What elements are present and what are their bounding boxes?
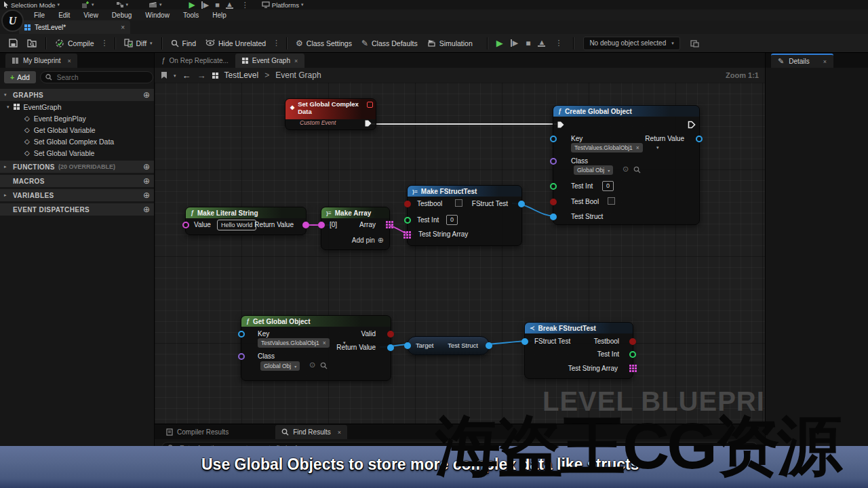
pin-return-value[interactable]	[302, 222, 309, 228]
blueprint-search-box[interactable]	[40, 71, 153, 83]
test-int-input[interactable]: 0	[446, 215, 458, 225]
event-dispatchers-section-header[interactable]: EVENT DISPATCHERS ⊕	[0, 203, 154, 216]
testbool-checkbox[interactable]	[455, 199, 462, 207]
pin-target[interactable]	[404, 342, 411, 349]
pin-testbool[interactable]	[404, 201, 411, 207]
pin-test-int[interactable]	[550, 183, 557, 190]
add-actor-button[interactable]: ▾	[81, 0, 94, 9]
diff-button[interactable]: Diff ▾	[119, 35, 157, 52]
debug-object-dropdown[interactable]: No debug object selected ▾	[583, 37, 679, 50]
close-icon[interactable]: ×	[823, 58, 827, 65]
pin-class[interactable]	[238, 353, 245, 360]
debug-browse-button[interactable]	[686, 35, 704, 52]
menu-view[interactable]: View	[77, 12, 105, 19]
cinematics-button[interactable]: ▾	[149, 0, 162, 9]
browse-icon[interactable]	[633, 166, 641, 174]
eventgraph-row[interactable]: ▾ EventGraph	[0, 101, 154, 113]
menu-window[interactable]: Window	[138, 12, 176, 19]
add-pin-button[interactable]: Add pin ⊕	[352, 237, 384, 244]
pin-test-string-array[interactable]	[629, 365, 637, 372]
graph-item-set-global-variable[interactable]: ◇ Set Global Variable	[0, 147, 154, 159]
class-value-combo[interactable]: Global Obj ▾	[574, 165, 613, 175]
node-make-literal-string[interactable]: ƒ Make Literal String Value Hello World …	[185, 207, 307, 235]
pin-test-struct-out[interactable]	[486, 342, 492, 349]
close-icon[interactable]: ×	[294, 58, 298, 64]
class-defaults-button[interactable]: ✎ Class Defaults	[357, 35, 422, 52]
graph-item-set-global-complex-data[interactable]: ◇ Set Global Complex Data	[0, 136, 154, 147]
kebab-menu-icon[interactable]: ⋮	[239, 1, 251, 9]
functions-section-header[interactable]: ▸ FUNCTIONS (20 OVERRIDABLE) ⊕	[0, 161, 154, 173]
pin-elem-0[interactable]	[318, 222, 325, 228]
eject-button[interactable]: ▲	[226, 1, 233, 9]
pin-class[interactable]	[550, 158, 557, 165]
add-dispatcher-icon[interactable]: ⊕	[143, 205, 150, 214]
tab-testlevel[interactable]: TestLevel* ×	[19, 20, 130, 34]
tab-details[interactable]: ✎ Details ×	[771, 54, 833, 68]
menu-edit[interactable]: Edit	[52, 12, 77, 19]
use-selected-icon[interactable]: ⊙	[623, 165, 629, 173]
exec-out-pin[interactable]	[688, 121, 696, 129]
tab-compiler-results[interactable]: Compiler Results	[160, 425, 235, 439]
tab-find-results[interactable]: Find Results ×	[275, 425, 347, 439]
pin-test-bool[interactable]	[550, 199, 557, 205]
add-button[interactable]: + Add	[4, 71, 36, 83]
key-value-combo[interactable]: TestValues.GlobalObj1 ×	[258, 338, 330, 348]
pin-valid[interactable]	[387, 331, 394, 338]
bookmark-icon[interactable]	[161, 71, 167, 79]
menu-debug[interactable]: Debug	[105, 12, 138, 19]
add-macro-icon[interactable]: ⊕	[143, 176, 150, 186]
node-make-fstructtest[interactable]: }= Make FStructTest Testbool FStruct Tes…	[407, 185, 522, 246]
pin-test-struct[interactable]	[550, 214, 557, 220]
graph-item-get-global-variable[interactable]: ◇ Get Global Variable	[0, 124, 154, 136]
breadcrumb-root[interactable]: TestLevel	[224, 70, 259, 80]
menu-tools[interactable]: Tools	[176, 12, 205, 19]
use-selected-icon[interactable]: ⊙	[309, 361, 315, 369]
close-icon[interactable]: ×	[68, 58, 71, 64]
pin-key[interactable]	[238, 331, 245, 338]
step-button[interactable]: ▶	[201, 1, 209, 9]
tab-on-rep-replicate[interactable]: ƒ On Rep Replicate...	[155, 54, 235, 68]
simulation-button[interactable]: Simulation	[422, 35, 477, 52]
pin-fstruct-test[interactable]	[521, 338, 528, 345]
menu-help[interactable]: Help	[205, 12, 233, 19]
compile-button[interactable]: Compile	[50, 35, 99, 52]
close-icon[interactable]: ×	[121, 24, 125, 31]
add-variable-icon[interactable]: ⊕	[143, 190, 150, 200]
pin-array-out[interactable]	[386, 221, 393, 228]
pin-value[interactable]	[182, 222, 189, 228]
graph-canvas[interactable]: LEVEL BLUEPRINT ◆ Set Global Complex Dat…	[155, 83, 765, 424]
graphs-section-header[interactable]: ▾ GRAPHS ⊕	[0, 89, 154, 101]
node-create-global-object[interactable]: ƒ Create Global Object Key TestValues.Gl…	[553, 105, 700, 225]
pin-fstruct-test[interactable]	[518, 201, 525, 207]
tab-event-graph[interactable]: Event Graph ×	[235, 54, 304, 68]
class-settings-button[interactable]: ⚙ Class Settings	[291, 35, 357, 52]
platforms-dropdown[interactable]: Platforms ▾	[262, 0, 304, 9]
node-get-test-struct[interactable]: Target Test Struct	[407, 336, 490, 355]
selection-mode-dropdown[interactable]: Selection Mode ▾	[3, 0, 60, 9]
find-button[interactable]: Find	[166, 35, 201, 52]
node-set-global-complex-data[interactable]: ◆ Set Global Complex Data Custom Event	[285, 98, 376, 130]
hide-unrelated-kebab-icon[interactable]: ⋮	[271, 39, 282, 47]
add-graph-icon[interactable]: ⊕	[143, 90, 150, 100]
node-break-fstructtest[interactable]: ≺ Break FStructTest FStruct Test Testboo…	[524, 322, 633, 379]
test-bool-checkbox[interactable]	[608, 197, 615, 205]
stop-button[interactable]: ■	[215, 1, 220, 9]
clear-icon[interactable]: ×	[636, 144, 639, 151]
breadcrumb-current[interactable]: Event Graph	[275, 70, 321, 80]
browse-button[interactable]	[22, 35, 41, 52]
forward-arrow-icon[interactable]: →	[197, 71, 206, 80]
pin-return-value[interactable]	[696, 136, 703, 142]
frame-skip-button[interactable]: ▶	[511, 39, 518, 47]
search-input[interactable]	[56, 73, 148, 82]
macros-section-header[interactable]: MACROS ⊕	[0, 175, 154, 187]
chevron-down-icon[interactable]: ▾	[656, 145, 659, 150]
pin-testbool[interactable]	[629, 338, 636, 345]
stop-button[interactable]: ■	[526, 39, 530, 47]
compile-options-kebab-icon[interactable]: ⋮	[99, 39, 111, 47]
pin-key[interactable]	[550, 136, 557, 142]
pin-test-int[interactable]	[629, 351, 636, 358]
blueprints-button[interactable]: ▾	[116, 0, 129, 9]
menu-file[interactable]: File	[27, 12, 52, 19]
exec-in-pin[interactable]	[557, 121, 565, 129]
chevron-down-icon[interactable]: ▾	[174, 73, 176, 78]
